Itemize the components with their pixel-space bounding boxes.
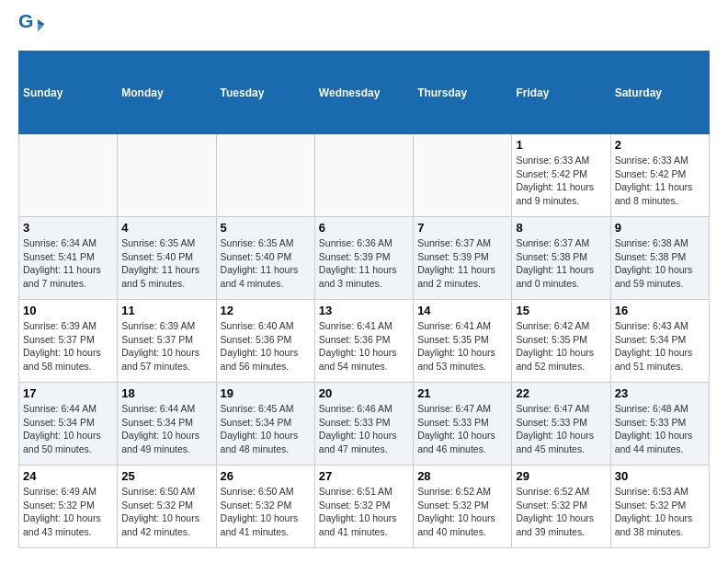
weekday-header-friday: Friday [512, 52, 610, 134]
calendar-cell [414, 134, 512, 217]
day-info: Sunrise: 6:53 AMSunset: 5:32 PMDaylight:… [615, 485, 705, 539]
calendar-cell: 27Sunrise: 6:51 AMSunset: 5:32 PMDayligh… [314, 465, 413, 548]
weekday-header-saturday: Saturday [610, 52, 709, 134]
day-number: 6 [319, 221, 409, 235]
day-info: Sunrise: 6:42 AMSunset: 5:35 PMDaylight:… [516, 319, 606, 373]
calendar-cell: 14Sunrise: 6:41 AMSunset: 5:35 PMDayligh… [414, 300, 512, 383]
day-info: Sunrise: 6:37 AMSunset: 5:39 PMDaylight:… [417, 236, 507, 291]
day-number: 2 [615, 138, 705, 152]
weekday-header-monday: Monday [118, 52, 216, 134]
day-info: Sunrise: 6:35 AMSunset: 5:40 PMDaylight:… [121, 236, 211, 291]
day-number: 4 [121, 221, 211, 235]
day-number: 3 [23, 221, 113, 235]
day-number: 9 [615, 221, 705, 235]
calendar-cell: 9Sunrise: 6:38 AMSunset: 5:38 PMDaylight… [610, 217, 709, 300]
calendar-cell: 16Sunrise: 6:43 AMSunset: 5:34 PMDayligh… [610, 300, 709, 383]
day-info: Sunrise: 6:41 AMSunset: 5:35 PMDaylight:… [417, 319, 507, 373]
header: G [18, 14, 710, 41]
day-number: 26 [221, 469, 311, 483]
day-number: 7 [417, 221, 507, 235]
calendar-cell: 20Sunrise: 6:46 AMSunset: 5:33 PMDayligh… [314, 383, 413, 465]
day-number: 10 [23, 304, 113, 317]
day-info: Sunrise: 6:46 AMSunset: 5:33 PMDaylight:… [319, 402, 409, 456]
day-info: Sunrise: 6:52 AMSunset: 5:32 PMDaylight:… [516, 485, 606, 539]
day-number: 21 [417, 386, 507, 400]
day-info: Sunrise: 6:37 AMSunset: 5:38 PMDaylight:… [516, 236, 606, 291]
day-number: 11 [121, 304, 211, 317]
day-number: 13 [319, 304, 409, 317]
calendar-cell: 2Sunrise: 6:33 AMSunset: 5:42 PMDaylight… [610, 134, 709, 217]
day-info: Sunrise: 6:40 AMSunset: 5:36 PMDaylight:… [221, 319, 311, 373]
calendar-cell: 29Sunrise: 6:52 AMSunset: 5:32 PMDayligh… [512, 465, 610, 548]
calendar-cell: 1Sunrise: 6:33 AMSunset: 5:42 PMDaylight… [512, 134, 610, 217]
week-row-4: 17Sunrise: 6:44 AMSunset: 5:34 PMDayligh… [19, 383, 710, 465]
calendar-cell: 19Sunrise: 6:45 AMSunset: 5:34 PMDayligh… [216, 383, 314, 465]
day-number: 28 [417, 469, 507, 483]
calendar-cell: 23Sunrise: 6:48 AMSunset: 5:33 PMDayligh… [610, 383, 709, 465]
week-row-5: 24Sunrise: 6:49 AMSunset: 5:32 PMDayligh… [19, 465, 710, 548]
day-number: 27 [319, 469, 409, 483]
weekday-header-thursday: Thursday [414, 52, 512, 134]
week-row-1: 1Sunrise: 6:33 AMSunset: 5:42 PMDaylight… [19, 134, 710, 217]
calendar-cell: 30Sunrise: 6:53 AMSunset: 5:32 PMDayligh… [610, 465, 709, 548]
day-info: Sunrise: 6:38 AMSunset: 5:38 PMDaylight:… [615, 236, 705, 291]
day-number: 29 [516, 469, 606, 483]
calendar-cell: 18Sunrise: 6:44 AMSunset: 5:34 PMDayligh… [118, 383, 216, 465]
calendar-cell: 24Sunrise: 6:49 AMSunset: 5:32 PMDayligh… [19, 465, 118, 548]
weekday-header-sunday: Sunday [19, 52, 118, 134]
calendar-table: SundayMondayTuesdayWednesdayThursdayFrid… [18, 51, 710, 548]
day-info: Sunrise: 6:34 AMSunset: 5:41 PMDaylight:… [23, 236, 113, 291]
calendar-cell: 11Sunrise: 6:39 AMSunset: 5:37 PMDayligh… [118, 300, 216, 383]
day-info: Sunrise: 6:52 AMSunset: 5:32 PMDaylight:… [417, 485, 507, 539]
day-number: 22 [516, 386, 606, 400]
calendar-cell: 10Sunrise: 6:39 AMSunset: 5:37 PMDayligh… [19, 300, 118, 383]
day-info: Sunrise: 6:49 AMSunset: 5:32 PMDaylight:… [23, 485, 113, 539]
calendar-cell [118, 134, 216, 217]
day-info: Sunrise: 6:35 AMSunset: 5:40 PMDaylight:… [221, 236, 311, 291]
day-info: Sunrise: 6:50 AMSunset: 5:32 PMDaylight:… [121, 485, 211, 539]
day-info: Sunrise: 6:47 AMSunset: 5:33 PMDaylight:… [516, 402, 606, 456]
day-info: Sunrise: 6:51 AMSunset: 5:32 PMDaylight:… [319, 485, 409, 539]
calendar-cell: 22Sunrise: 6:47 AMSunset: 5:33 PMDayligh… [512, 383, 610, 465]
day-info: Sunrise: 6:48 AMSunset: 5:33 PMDaylight:… [615, 402, 705, 456]
day-number: 30 [615, 469, 705, 483]
svg-text:G: G [18, 14, 33, 31]
day-info: Sunrise: 6:50 AMSunset: 5:32 PMDaylight:… [221, 485, 311, 539]
day-number: 17 [23, 386, 113, 400]
day-info: Sunrise: 6:33 AMSunset: 5:42 PMDaylight:… [516, 154, 606, 208]
calendar-cell: 15Sunrise: 6:42 AMSunset: 5:35 PMDayligh… [512, 300, 610, 383]
weekday-header-wednesday: Wednesday [314, 52, 413, 134]
calendar-cell [216, 134, 314, 217]
logo: G [18, 14, 50, 41]
day-info: Sunrise: 6:39 AMSunset: 5:37 PMDaylight:… [121, 319, 211, 373]
day-number: 15 [516, 304, 606, 317]
day-number: 16 [615, 304, 705, 317]
calendar-cell: 3Sunrise: 6:34 AMSunset: 5:41 PMDaylight… [19, 217, 118, 300]
day-number: 1 [516, 138, 606, 152]
day-number: 24 [23, 469, 113, 483]
day-number: 14 [417, 304, 507, 317]
day-info: Sunrise: 6:33 AMSunset: 5:42 PMDaylight:… [615, 154, 705, 208]
calendar-cell: 25Sunrise: 6:50 AMSunset: 5:32 PMDayligh… [118, 465, 216, 548]
day-info: Sunrise: 6:36 AMSunset: 5:39 PMDaylight:… [319, 236, 409, 291]
day-info: Sunrise: 6:44 AMSunset: 5:34 PMDaylight:… [23, 402, 113, 456]
calendar-cell [314, 134, 413, 217]
page: G SundayMondayTuesdayWednesdayThursdayFr… [0, 0, 728, 562]
calendar-cell [19, 134, 118, 217]
calendar-cell: 4Sunrise: 6:35 AMSunset: 5:40 PMDaylight… [118, 217, 216, 300]
calendar-cell: 26Sunrise: 6:50 AMSunset: 5:32 PMDayligh… [216, 465, 314, 548]
calendar-cell: 12Sunrise: 6:40 AMSunset: 5:36 PMDayligh… [216, 300, 314, 383]
day-number: 5 [221, 221, 311, 235]
day-info: Sunrise: 6:41 AMSunset: 5:36 PMDaylight:… [319, 319, 409, 373]
calendar-cell: 17Sunrise: 6:44 AMSunset: 5:34 PMDayligh… [19, 383, 118, 465]
day-number: 18 [121, 386, 211, 400]
day-info: Sunrise: 6:47 AMSunset: 5:33 PMDaylight:… [417, 402, 507, 456]
calendar-cell: 28Sunrise: 6:52 AMSunset: 5:32 PMDayligh… [414, 465, 512, 548]
day-number: 25 [121, 469, 211, 483]
day-number: 12 [221, 304, 311, 317]
day-info: Sunrise: 6:45 AMSunset: 5:34 PMDaylight:… [221, 402, 311, 456]
day-number: 8 [516, 221, 606, 235]
day-info: Sunrise: 6:44 AMSunset: 5:34 PMDaylight:… [121, 402, 211, 456]
calendar-cell: 5Sunrise: 6:35 AMSunset: 5:40 PMDaylight… [216, 217, 314, 300]
week-row-3: 10Sunrise: 6:39 AMSunset: 5:37 PMDayligh… [19, 300, 710, 383]
